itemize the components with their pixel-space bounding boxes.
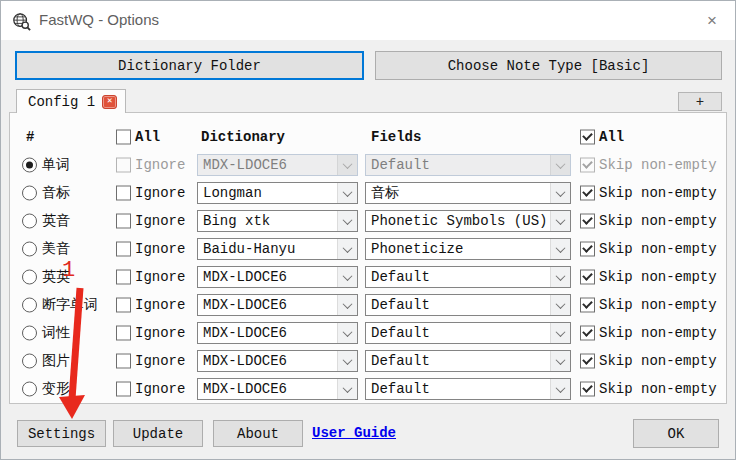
- ignore-label: Ignore: [135, 269, 185, 285]
- skip-non-empty-checkbox[interactable]: [580, 214, 595, 229]
- word-type-radio[interactable]: [22, 158, 37, 173]
- skip-non-empty-checkbox[interactable]: [580, 326, 595, 341]
- user-guide-link[interactable]: User Guide: [312, 425, 396, 441]
- dictionary-select[interactable]: MDX-LDOCE6: [197, 378, 358, 400]
- fields-select[interactable]: Default: [365, 378, 571, 400]
- skip-non-empty-checkbox[interactable]: [580, 298, 595, 313]
- skip-non-empty-checkbox[interactable]: [580, 382, 595, 397]
- column-header-number: #: [26, 129, 34, 145]
- chevron-down-icon: [337, 267, 357, 287]
- title-bar: FastWQ - Options ×: [1, 1, 735, 40]
- dictionary-select[interactable]: MDX-LDOCE6: [197, 266, 358, 288]
- skip-non-empty-checkbox[interactable]: [580, 186, 595, 201]
- dictionary-select[interactable]: MDX-LDOCE6: [197, 350, 358, 372]
- dictionary-select[interactable]: Baidu-Hanyu: [197, 238, 358, 260]
- skip-non-empty-checkbox[interactable]: [580, 242, 595, 257]
- ignore-label: Ignore: [135, 241, 185, 257]
- fields-select[interactable]: Default: [365, 266, 571, 288]
- add-tab-button[interactable]: +: [678, 92, 722, 111]
- fields-select[interactable]: Phoneticize: [365, 238, 571, 260]
- ignore-checkbox[interactable]: [116, 242, 131, 257]
- fields-value: Default: [371, 297, 430, 313]
- ok-button[interactable]: OK: [633, 419, 719, 448]
- word-type-radio[interactable]: [22, 354, 37, 369]
- chevron-down-icon: [337, 183, 357, 203]
- ignore-label: Ignore: [135, 157, 185, 173]
- word-type-label: 美音: [42, 240, 70, 258]
- dictionary-select[interactable]: MDX-LDOCE6: [197, 294, 358, 316]
- all-ignore-label: All: [135, 129, 160, 145]
- window-title: FastWQ - Options: [39, 11, 159, 28]
- close-icon[interactable]: ×: [699, 9, 725, 33]
- column-header-dictionary: Dictionary: [201, 129, 285, 145]
- table-row: 美音 Ignore Baidu-Hanyu Phoneticize Skip n…: [10, 235, 726, 263]
- about-button[interactable]: About: [213, 420, 303, 447]
- skip-non-empty-label: Skip non-empty: [599, 353, 717, 369]
- all-ignore-checkbox[interactable]: [116, 130, 131, 145]
- fields-select[interactable]: Phonetic Symbols (US): [365, 210, 571, 232]
- dictionary-value: MDX-LDOCE6: [203, 381, 287, 397]
- app-globe-search-icon: [12, 12, 31, 31]
- tab-config-1[interactable]: Config 1 ✕: [16, 89, 126, 113]
- fields-value: Phonetic Symbols (US): [371, 213, 547, 229]
- dictionary-select[interactable]: MDX-LDOCE6: [197, 322, 358, 344]
- chevron-down-icon: [550, 267, 570, 287]
- skip-non-empty-label: Skip non-empty: [599, 269, 717, 285]
- word-type-radio[interactable]: [22, 382, 37, 397]
- dictionary-value: Bing xtk: [203, 213, 270, 229]
- skip-non-empty-label: Skip non-empty: [599, 157, 717, 173]
- ignore-checkbox[interactable]: [116, 186, 131, 201]
- chevron-down-icon: [550, 379, 570, 399]
- table-row: 英英 Ignore MDX-LDOCE6 Default Skip non-em…: [10, 263, 726, 291]
- tab-label: Config 1: [28, 94, 95, 110]
- word-type-radio[interactable]: [22, 186, 37, 201]
- word-type-label: 断字单词: [42, 296, 98, 314]
- chevron-down-icon: [550, 323, 570, 343]
- config-panel: # All Dictionary Fields All 单词 Ignore MD…: [9, 112, 727, 404]
- fields-select[interactable]: 音标: [365, 182, 571, 204]
- word-type-radio[interactable]: [22, 214, 37, 229]
- skip-non-empty-checkbox[interactable]: [580, 354, 595, 369]
- ignore-checkbox[interactable]: [116, 382, 131, 397]
- dictionary-value: Longman: [203, 185, 262, 201]
- chevron-down-icon: [337, 211, 357, 231]
- word-type-radio[interactable]: [22, 298, 37, 313]
- options-dialog: FastWQ - Options × Dictionary Folder Cho…: [0, 0, 736, 460]
- dictionary-select[interactable]: Longman: [197, 182, 358, 204]
- ignore-checkbox[interactable]: [116, 354, 131, 369]
- fields-select[interactable]: Default: [365, 294, 571, 316]
- word-type-radio[interactable]: [22, 270, 37, 285]
- fields-select[interactable]: Default: [365, 350, 571, 372]
- fields-select[interactable]: Default: [365, 322, 571, 344]
- ignore-checkbox[interactable]: [116, 298, 131, 313]
- fields-value: Default: [371, 353, 430, 369]
- chevron-down-icon: [337, 155, 357, 175]
- choose-note-type-button[interactable]: Choose Note Type [Basic]: [375, 51, 722, 80]
- table-row: 断字单词 Ignore MDX-LDOCE6 Default Skip non-…: [10, 291, 726, 319]
- update-button[interactable]: Update: [113, 420, 203, 447]
- word-type-radio[interactable]: [22, 326, 37, 341]
- chevron-down-icon: [337, 323, 357, 343]
- chevron-down-icon: [550, 351, 570, 371]
- dictionary-value: MDX-LDOCE6: [203, 325, 287, 341]
- word-type-radio[interactable]: [22, 242, 37, 257]
- table-rows: 单词 Ignore MDX-LDOCE6 Default Skip non-em…: [10, 151, 726, 403]
- fields-value: Default: [371, 381, 430, 397]
- ignore-checkbox[interactable]: [116, 326, 131, 341]
- ignore-checkbox[interactable]: [116, 214, 131, 229]
- tab-close-icon[interactable]: ✕: [102, 95, 117, 109]
- dictionary-value: MDX-LDOCE6: [203, 353, 287, 369]
- fields-value: Default: [371, 157, 430, 173]
- ignore-checkbox: [116, 158, 131, 173]
- chevron-down-icon: [550, 239, 570, 259]
- skip-non-empty-checkbox[interactable]: [580, 270, 595, 285]
- dictionary-select: MDX-LDOCE6: [197, 154, 358, 176]
- table-row: 变形 Ignore MDX-LDOCE6 Default Skip non-em…: [10, 375, 726, 403]
- all-skip-checkbox[interactable]: [580, 130, 595, 145]
- dictionary-select[interactable]: Bing xtk: [197, 210, 358, 232]
- dictionary-folder-button[interactable]: Dictionary Folder: [15, 51, 364, 80]
- ignore-checkbox[interactable]: [116, 270, 131, 285]
- settings-button[interactable]: Settings: [17, 420, 106, 447]
- dictionary-value: MDX-LDOCE6: [203, 269, 287, 285]
- word-type-label: 音标: [42, 184, 70, 202]
